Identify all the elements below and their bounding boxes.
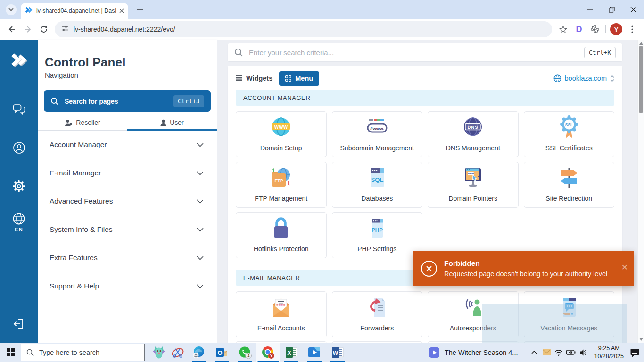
chevron-down-icon (197, 199, 204, 204)
tab-close-icon[interactable] (119, 7, 124, 15)
tab-user[interactable]: User (127, 115, 217, 130)
language-globe-icon[interactable]: EN (0, 212, 38, 232)
app-area: EN Control Panel Navigation Search for p… (0, 40, 644, 343)
accordion-label: Advanced Features (50, 197, 113, 206)
card-dns-management[interactable]: DNS DNS Management (428, 111, 519, 157)
tickets-chat-icon[interactable] (0, 104, 38, 115)
card-site-redirection[interactable]: Site Redirection (524, 162, 615, 208)
logout-icon[interactable] (0, 318, 38, 329)
card-hotlinks-protection[interactable]: Hotlinks Protection (236, 212, 327, 258)
tray-wifi-icon[interactable] (553, 349, 565, 356)
tray-mail-icon[interactable] (540, 349, 553, 355)
accordion-extra-features[interactable]: Extra Features (38, 244, 217, 272)
card-label: Databases (361, 195, 393, 202)
forward-button[interactable] (20, 21, 36, 37)
tray-expand-chevron-icon[interactable] (528, 351, 540, 354)
extensions-puzzle-icon[interactable] (587, 21, 603, 37)
error-circle-x-icon (421, 261, 437, 277)
bookmark-star-icon[interactable] (555, 21, 571, 37)
site-settings-icon[interactable] (61, 25, 68, 34)
card-email-accounts[interactable]: **** E-mail Accounts (236, 291, 327, 337)
svg-text:4: 4 (247, 354, 249, 358)
tray-speaker-icon[interactable] (577, 349, 589, 356)
svg-text:W: W (332, 350, 338, 356)
main-search-bar[interactable]: Ctrl+K (228, 43, 622, 61)
taskbar-clock[interactable]: 9:25 AM 10/28/2025 (594, 345, 624, 360)
extension-d-icon[interactable]: D (571, 21, 587, 37)
card-php-settings[interactable]: PHP PHP Settings (332, 212, 423, 258)
chevron-down-icon (197, 284, 204, 288)
url-text[interactable]: lv-shared04.dapanel.net:2222/evo/ (74, 25, 175, 33)
card-databases[interactable]: SQL Databases (332, 162, 423, 208)
nav-accordion: Account Manager E-mail Manager Advanced … (38, 131, 217, 300)
scrollbar-thumb[interactable] (639, 46, 643, 113)
new-tab-button[interactable] (135, 5, 145, 15)
page-scrollbar[interactable] (637, 40, 644, 343)
desktop-pet-icon[interactable] (151, 346, 167, 360)
card-ssl-certificates[interactable]: SSL SSL Certificates (524, 111, 615, 157)
card-forwarders[interactable]: Forwarders (332, 291, 423, 337)
ftp-icon: FTP (268, 165, 294, 192)
reseller-user-gear-icon (65, 119, 73, 126)
account-user-icon[interactable] (0, 141, 38, 154)
back-button[interactable] (4, 21, 20, 37)
card-label: Hotlinks Protection (254, 245, 309, 253)
taskbar-word[interactable]: W (326, 343, 349, 362)
card-ftp-management[interactable]: FTP FTP Management (236, 162, 327, 208)
window-restore-button[interactable] (601, 0, 622, 19)
media-control[interactable]: The Witcher Season 4... (429, 347, 518, 358)
tab-reseller[interactable]: Reseller (38, 115, 127, 130)
browser-tab[interactable]: lv-shared04.dapanel.net | Dashb (21, 3, 128, 19)
padlock-icon (268, 216, 294, 242)
card-domain-setup[interactable]: WWW Domain Setup (236, 111, 327, 157)
selected-domain: booklaza.com (565, 74, 607, 82)
accordion-system-info-files[interactable]: System Info & Files (38, 215, 217, 244)
accordion-email-manager[interactable]: E-mail Manager (38, 159, 217, 187)
window-close-button[interactable] (622, 0, 644, 19)
accordion-support-help[interactable]: Support & Help (38, 272, 217, 300)
address-bar[interactable]: lv-shared04.dapanel.net:2222/evo/ (55, 21, 552, 37)
edge-icon (192, 346, 205, 359)
window-minimize-button[interactable] (579, 0, 601, 19)
start-button[interactable] (0, 343, 21, 362)
taskbar-search-box[interactable]: Type here to search (21, 344, 145, 361)
taskbar-excel[interactable]: X (280, 343, 303, 362)
profile-avatar[interactable]: Y (608, 21, 624, 37)
browser-menu-icon[interactable] (624, 21, 640, 37)
taskbar-chrome-active[interactable]: Y (256, 343, 280, 362)
dashboard-panel: Widgets Menu booklaza.com ACCOUNT MANAGE… (228, 66, 622, 343)
tab-list-chevron-icon[interactable] (6, 4, 17, 15)
action-center-icon[interactable] (628, 348, 641, 357)
scroll-down-arrow[interactable] (639, 338, 643, 341)
scroll-up-arrow[interactable] (639, 42, 643, 45)
toast-close-icon[interactable]: ✕ (621, 263, 628, 272)
taskbar-movies-tv[interactable] (303, 343, 326, 362)
search-shortcut-badge: Ctrl+K (584, 47, 616, 58)
snipping-tool-icon[interactable] (170, 346, 186, 359)
toast-message: Requested page doesn't belong to your au… (444, 270, 607, 278)
main-content: Ctrl+K Widgets Menu booklaza.com (217, 40, 644, 343)
tray-battery-icon[interactable] (565, 350, 577, 355)
search-input[interactable] (249, 49, 578, 57)
card-label: E-mail Accounts (257, 324, 305, 332)
card-subdomain-management[interactable]: //www. Subdomain Management (332, 111, 423, 157)
accordion-account-manager[interactable]: Account Manager (38, 131, 217, 159)
taskbar-outlook[interactable]: O (210, 343, 233, 362)
taskbar-whatsapp[interactable]: 4 (233, 343, 256, 362)
search-pages-button[interactable]: Search for pages Ctrl+J (44, 90, 211, 112)
clock-time: 9:25 AM (594, 345, 624, 352)
search-shortcut-badge: Ctrl+J (173, 95, 204, 107)
reload-button[interactable] (36, 21, 52, 37)
settings-gear-icon[interactable] (0, 180, 38, 193)
directadmin-favicon-icon (25, 6, 33, 16)
site-redirection-icon (556, 165, 582, 192)
card-domain-pointers[interactable]: WWW Domain Pointers (428, 162, 519, 208)
email-accounts-icon: **** (268, 295, 294, 321)
taskbar-edge[interactable] (187, 343, 210, 362)
directadmin-logo-icon[interactable] (0, 50, 38, 71)
svg-text:O: O (217, 349, 222, 356)
menu-toggle-button[interactable]: Menu (279, 71, 319, 86)
accordion-advanced-features[interactable]: Advanced Features (38, 187, 217, 215)
widgets-toggle[interactable]: Widgets (236, 74, 272, 82)
domain-selector[interactable]: booklaza.com (553, 74, 614, 82)
